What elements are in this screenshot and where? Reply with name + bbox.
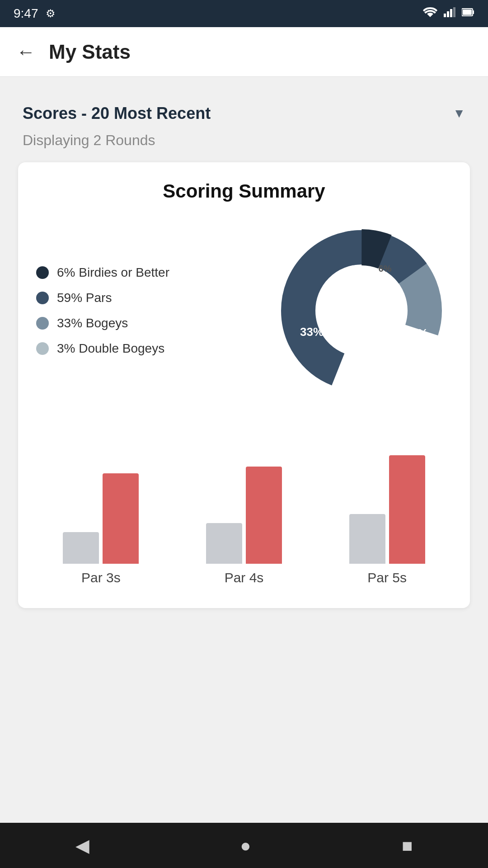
wifi-icon [423,7,437,20]
scores-filter-label: Scores - 20 Most Recent [23,104,211,123]
donut-label-bogeys: 33% [300,325,324,339]
bars-par4 [206,437,282,564]
svg-rect-6 [463,9,472,15]
legend-dot-birdies [36,266,49,279]
svg-rect-1 [447,11,449,17]
status-left: 9:47 ⚙ [14,6,56,21]
recents-nav-button[interactable]: ■ [402,835,413,856]
legend-dot-pars [36,292,49,304]
chart-area: 6% Birdies or Better 59% Pars 33% Bogeys… [36,220,452,401]
nav-bar: ← My Stats [0,27,488,77]
legend-item-pars: 59% Pars [36,291,172,305]
scores-filter-row[interactable]: Scores - 20 Most Recent ▼ [18,95,470,127]
donut-label-pars: 58% [403,326,428,340]
legend-dot-double-bogeys [36,342,49,355]
legend-label-bogeys: 33% Bogeys [57,316,128,330]
bar-par4-gray [206,523,242,564]
chart-legend: 6% Birdies or Better 59% Pars 33% Bogeys… [36,265,172,356]
legend-label-birdies: 6% Birdies or Better [57,265,169,280]
donut-chart: 3% 6% 58% 33% [271,220,452,401]
dropdown-arrow-icon[interactable]: ▼ [453,106,465,121]
bar-group-par5: Par 5s [322,437,452,585]
donut-center [318,267,405,354]
back-nav-button[interactable]: ◀ [75,835,89,856]
bar-group-par3: Par 3s [36,437,166,585]
bar-par3-red [103,473,139,564]
donut-label-birdies: 3% [361,265,376,277]
displaying-rounds-text: Displaying 2 Rounds [18,127,470,162]
bar-label-par3: Par 3s [81,570,121,585]
home-nav-button[interactable]: ● [240,835,251,856]
bottom-nav: ◀ ● ■ [0,823,488,868]
bar-par5-gray [349,514,385,564]
legend-label-pars: 59% Pars [57,291,112,305]
content-area: Scores - 20 Most Recent ▼ Displaying 2 R… [0,77,488,626]
bar-group-par4: Par 4s [179,437,309,585]
status-bar: 9:47 ⚙ [0,0,488,27]
bar-par3-gray [63,532,99,564]
scoring-summary-card: Scoring Summary 6% Birdies or Better 59%… [18,162,470,608]
bar-label-par5: Par 5s [367,570,407,585]
legend-label-double-bogeys: 3% Double Bogeys [57,341,164,356]
signal-icon [444,7,455,20]
bar-label-par4: Par 4s [225,570,264,585]
svg-rect-0 [444,14,446,17]
status-time: 9:47 [14,6,38,21]
donut-label-double-bogeys: 6% [379,264,392,274]
legend-dot-bogeys [36,317,49,330]
status-right [423,7,474,20]
card-title: Scoring Summary [36,180,452,202]
settings-icon: ⚙ [46,7,56,20]
page-title: My Stats [49,41,131,63]
legend-item-double-bogeys: 3% Double Bogeys [36,341,172,356]
bar-par4-red [246,467,282,564]
legend-item-bogeys: 33% Bogeys [36,316,172,330]
back-button[interactable]: ← [16,42,35,61]
bars-par3 [63,437,139,564]
svg-rect-5 [473,10,474,14]
bar-par5-red [389,455,425,564]
svg-rect-3 [453,7,455,17]
legend-item-birdies: 6% Birdies or Better [36,265,172,280]
svg-rect-2 [450,9,452,17]
bar-chart-area: Par 3s Par 4s Par 5s [36,428,452,585]
bars-par5 [349,437,425,564]
battery-icon [462,8,474,19]
